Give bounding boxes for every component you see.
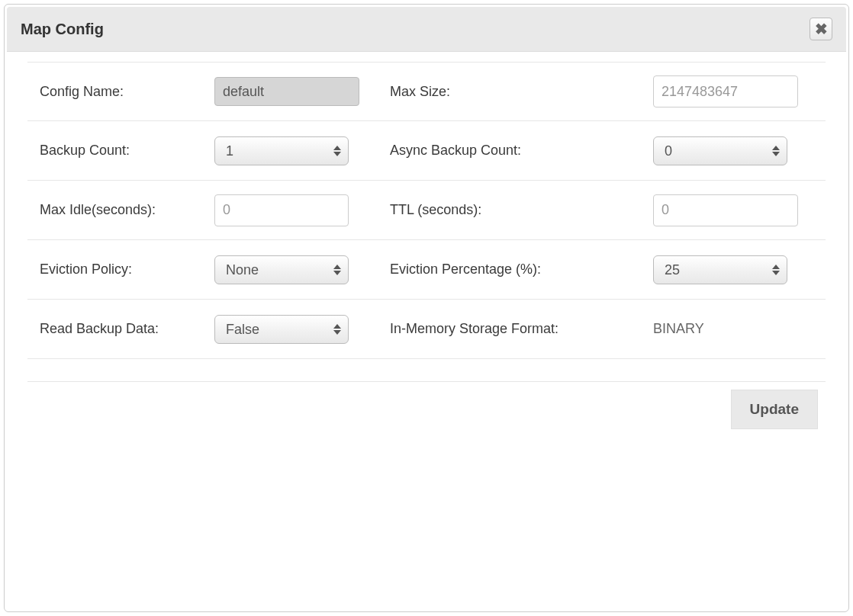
dialog-body: Config Name: Max Size: Backup Count: 1 bbox=[5, 54, 848, 452]
spacer-row bbox=[27, 359, 826, 382]
update-button[interactable]: Update bbox=[731, 390, 818, 429]
in-memory-format-label: In-Memory Storage Format: bbox=[390, 321, 653, 337]
map-config-dialog: Map Config ✖ Config Name: Max Size: Back… bbox=[4, 4, 849, 612]
config-name-input[interactable] bbox=[214, 77, 359, 106]
in-memory-format-value: BINARY bbox=[653, 321, 704, 336]
close-icon: ✖ bbox=[815, 20, 828, 38]
row-backup-counts: Backup Count: 1 Async Backup Count: bbox=[27, 121, 826, 181]
backup-count-label: Backup Count: bbox=[27, 143, 214, 159]
backup-count-select-wrap: 1 bbox=[214, 136, 349, 165]
ttl-label: TTL (seconds): bbox=[390, 202, 653, 218]
max-idle-input[interactable] bbox=[214, 194, 349, 226]
close-button[interactable]: ✖ bbox=[810, 18, 832, 40]
read-backup-data-select[interactable]: False bbox=[214, 315, 349, 344]
async-backup-count-label: Async Backup Count: bbox=[390, 143, 653, 159]
ttl-input[interactable] bbox=[653, 194, 798, 226]
eviction-percentage-select[interactable]: 25 bbox=[653, 255, 787, 284]
async-backup-count-select[interactable]: 0 bbox=[653, 136, 787, 165]
read-backup-data-label: Read Backup Data: bbox=[27, 321, 214, 337]
button-row: Update bbox=[27, 390, 826, 429]
config-name-label: Config Name: bbox=[27, 84, 214, 100]
eviction-policy-label: Eviction Policy: bbox=[27, 261, 214, 278]
max-size-label: Max Size: bbox=[390, 84, 653, 100]
row-config-name-max-size: Config Name: Max Size: bbox=[27, 62, 826, 121]
eviction-percentage-label: Eviction Percentage (%): bbox=[390, 261, 653, 278]
max-size-input[interactable] bbox=[653, 75, 798, 107]
eviction-policy-select-wrap: None bbox=[214, 255, 349, 284]
dialog-header: Map Config ✖ bbox=[7, 7, 846, 52]
row-max-idle-ttl: Max Idle(seconds): TTL (seconds): bbox=[27, 181, 826, 240]
eviction-percentage-select-wrap: 25 bbox=[653, 255, 787, 284]
async-backup-count-select-wrap: 0 bbox=[653, 136, 787, 165]
row-eviction: Eviction Policy: None Eviction Percentag… bbox=[27, 240, 826, 300]
max-idle-label: Max Idle(seconds): bbox=[27, 202, 214, 218]
form-table: Config Name: Max Size: Backup Count: 1 bbox=[27, 62, 826, 382]
backup-count-select[interactable]: 1 bbox=[214, 136, 349, 165]
eviction-policy-select[interactable]: None bbox=[214, 255, 349, 284]
read-backup-data-select-wrap: False bbox=[214, 315, 349, 344]
dialog-title: Map Config bbox=[21, 21, 104, 38]
row-read-backup-inmemory: Read Backup Data: False In-Memory Storag… bbox=[27, 300, 826, 359]
